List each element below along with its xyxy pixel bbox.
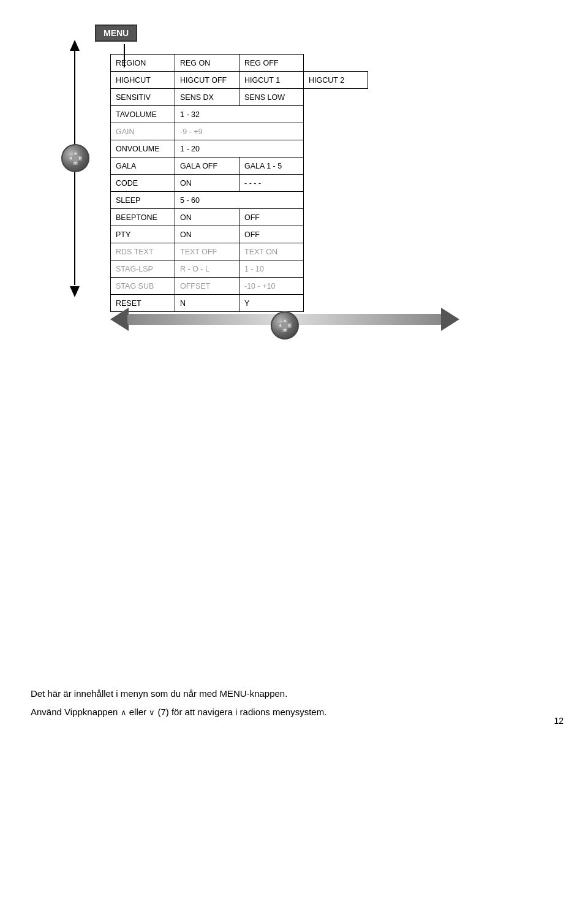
table-row: STAG-LSPR - O - L1 - 10: [111, 260, 368, 278]
down-arrow-symbol: ∨: [149, 708, 155, 717]
table-row: REGIONREG ONREG OFF: [111, 55, 368, 72]
table-row: CODEON- - - -: [111, 175, 368, 192]
table-row: HIGHCUTHIGCUT OFFHIGCUT 1HIGCUT 2: [111, 72, 368, 89]
table-row: STAG SUBOFFSET-10 - +10: [111, 278, 368, 295]
desc-line1: Det här är innehållet i menyn som du når…: [31, 688, 287, 699]
svg-marker-11: [441, 308, 459, 331]
up-arrow-symbol: ∧: [121, 708, 127, 717]
left-knob: [61, 144, 89, 172]
desc-line2c: (7) för att navigera i radions menysyste…: [157, 707, 326, 717]
description: Det här är innehållet i menyn som du når…: [31, 686, 490, 720]
table-row: BEEPTONEONOFF: [111, 209, 368, 226]
page-number: 12: [554, 716, 564, 726]
menu-button: MENU: [95, 25, 137, 42]
table-row: GAIN-9 - +9: [111, 123, 368, 140]
table-row: SLEEP5 - 60: [111, 192, 368, 209]
table-row: SENSITIVSENS DXSENS LOW: [111, 89, 368, 106]
diagram-area: MENU: [61, 25, 564, 343]
table-row: GALAGALA OFFGALA 1 - 5: [111, 158, 368, 175]
svg-marker-2: [70, 286, 80, 297]
menu-table: REGIONREG ONREG OFFHIGHCUTHIGCUT OFFHIGC…: [110, 54, 368, 312]
table-row: TAVOLUME1 - 32: [111, 106, 368, 123]
svg-marker-1: [70, 40, 80, 51]
table-row: RDS TEXTTEXT OFFTEXT ON: [111, 243, 368, 260]
svg-marker-9: [110, 308, 129, 331]
desc-line2b: eller: [129, 707, 149, 717]
desc-line2: Använd Vippknappen: [31, 707, 118, 717]
bottom-knob: [271, 311, 299, 340]
page-container: MENU: [0, 0, 588, 738]
table-row: ONVOLUME1 - 20: [111, 140, 368, 158]
table-row: PTYONOFF: [111, 226, 368, 243]
